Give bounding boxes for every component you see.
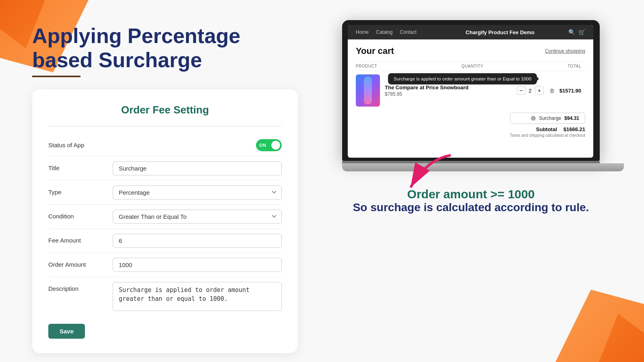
laptop-screen-outer: Home Catalog Contact Chargify Product Fe… (342, 20, 600, 161)
nav-links: Home Catalog Contact (356, 29, 417, 35)
form-divider (48, 126, 282, 126)
taxes-note: Taxes and shipping calculated at checkou… (510, 133, 585, 138)
status-label: Status of App (48, 142, 165, 148)
laptop-mockup: Home Catalog Contact Chargify Product Fe… (342, 20, 600, 171)
fee-amount-input-wrap (113, 234, 282, 248)
cart-title: Your cart (356, 46, 394, 56)
description-textarea[interactable]: Surcharge is applied to order amount gre… (113, 282, 282, 311)
type-row: Type Percentage (48, 181, 282, 205)
cart-table-header: PRODUCT QUANTITY TOTAL (356, 61, 585, 71)
snowboard-graphic (364, 76, 372, 105)
toggle-thumb (271, 141, 280, 150)
subtotal-label: Subtotal (536, 126, 557, 132)
qty-value: 2 (529, 88, 532, 94)
main-container: Applying Percentage based Surcharge Orde… (0, 0, 644, 362)
form-card: Order Fee Setting Status of App ON Title (32, 89, 298, 353)
title-label: Title (48, 161, 105, 171)
description-textarea-wrap: Surcharge is applied to order amount gre… (113, 282, 282, 313)
condition-select-wrap: Greater Than or Equal To (113, 210, 282, 224)
continue-shopping: Continue shopping (545, 48, 585, 54)
header-quantity: QUANTITY (461, 64, 483, 68)
cart-content: Your cart Continue shopping PRODUCT QUAN… (348, 39, 593, 116)
type-label: Type (48, 185, 105, 195)
header-product: PRODUCT (356, 64, 377, 68)
order-amount-label: Order Amount (48, 258, 105, 268)
product-image (356, 74, 380, 107)
order-amount-row: Order Amount (48, 253, 282, 277)
laptop-screen: Home Catalog Contact Chargify Product Fe… (348, 25, 593, 158)
page-title: Applying Percentage based Surcharge (32, 24, 298, 72)
surcharge-amount: $94.31 (564, 115, 579, 121)
surcharge-dot (531, 116, 536, 121)
quantity-controls: − 2 + 🗑 (517, 86, 555, 95)
order-amount-input-wrap (113, 258, 282, 272)
surcharge-label: Surcharge (539, 115, 561, 121)
save-button[interactable]: Save (48, 324, 85, 339)
arrow-container (342, 159, 600, 191)
tooltip-bubble: Surcharge is applied to order amount gre… (388, 73, 537, 84)
title-underline (32, 76, 80, 77)
qty-increase[interactable]: + (535, 86, 544, 95)
curved-arrow-svg (394, 151, 467, 200)
product-price: $785.95 (385, 91, 512, 97)
product-name: The Compare at Price Snowboard (385, 84, 512, 90)
nav-home: Home (356, 29, 369, 35)
search-icon: 🔍 (568, 29, 575, 35)
condition-row: Condition Greater Than or Equal To (48, 205, 282, 229)
left-panel: Applying Percentage based Surcharge Orde… (32, 24, 298, 346)
type-select-wrap: Percentage (113, 185, 282, 200)
condition-select[interactable]: Greater Than or Equal To (113, 210, 282, 224)
nav-brand: Chargify Product Fee Demo (466, 29, 535, 35)
header-total: TOTAL (568, 64, 581, 68)
bottom-text-line2: So surchage is calculated according to r… (353, 201, 589, 214)
right-panel: Home Catalog Contact Chargify Product Fe… (322, 24, 620, 346)
nav-icons: 🔍 🛒 (568, 29, 585, 35)
surcharge-section: Surcharge $94.31 Subtotal $1666.21 Taxes… (510, 113, 585, 138)
surcharge-badge: Surcharge $94.31 (510, 113, 585, 124)
nav-catalog: Catalog (376, 29, 392, 35)
title-input-wrap (113, 161, 282, 175)
subtotal-amount: $1666.21 (564, 126, 585, 132)
cart-title-row: Your cart Continue shopping (356, 46, 585, 56)
cart-icon: 🛒 (578, 29, 585, 35)
toggle-on-label: ON (259, 143, 266, 148)
laptop-nav: Home Catalog Contact Chargify Product Fe… (348, 25, 593, 39)
condition-label: Condition (48, 210, 105, 220)
subtotal-row: Subtotal $1666.21 (510, 126, 585, 132)
toggle-wrap: ON (165, 139, 282, 151)
form-card-title: Order Fee Setting (48, 104, 282, 116)
type-select[interactable]: Percentage (113, 185, 282, 200)
title-input[interactable] (113, 161, 282, 175)
trash-icon: 🗑 (549, 88, 555, 94)
app-status-toggle[interactable]: ON (256, 139, 282, 151)
description-row: Description Surcharge is applied to orde… (48, 277, 282, 317)
fee-amount-row: Fee Amount (48, 229, 282, 253)
status-row: Status of App ON (48, 134, 282, 156)
fee-amount-input[interactable] (113, 234, 282, 248)
product-info: The Compare at Price Snowboard $785.95 (385, 84, 512, 97)
nav-contact: Contact (400, 29, 416, 35)
qty-decrease[interactable]: − (517, 86, 526, 95)
fee-amount-label: Fee Amount (48, 234, 105, 244)
order-amount-input[interactable] (113, 258, 282, 272)
description-label: Description (48, 282, 105, 292)
product-total: $1571.90 (559, 88, 581, 94)
title-row: Title (48, 156, 282, 181)
